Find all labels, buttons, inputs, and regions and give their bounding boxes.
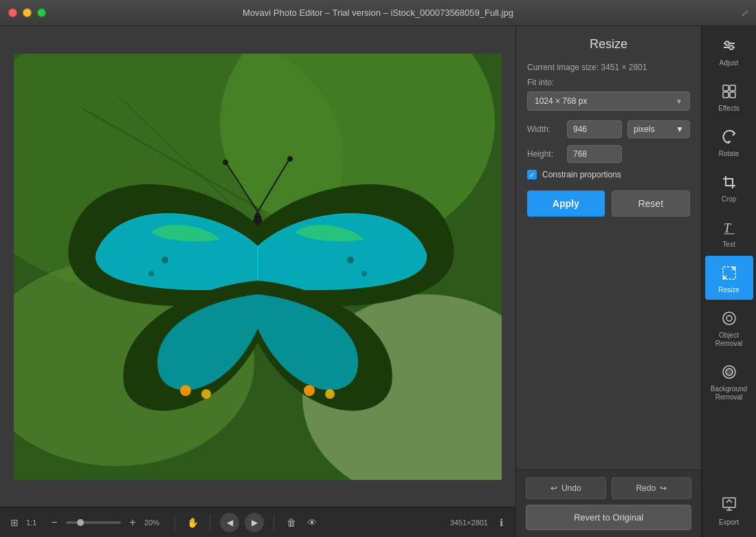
- unit-chevron-icon: ▼: [676, 124, 684, 134]
- panel-title: Resize: [527, 37, 690, 52]
- svg-point-17: [201, 389, 211, 399]
- redo-label: Redo: [636, 483, 656, 493]
- fit-into-section: Fit into: 1024 × 768 px ▼: [527, 78, 690, 111]
- object-removal-icon: [719, 308, 740, 329]
- tool-crop[interactable]: Crop: [705, 165, 753, 209]
- zoom-slider[interactable]: [66, 521, 121, 524]
- bottom-toolbar: ⊞ 1:1 − + 20% ✋ ◀ ▶ 🗑 👁 3451×2801 ℹ: [0, 507, 515, 537]
- redo-arrow-icon: ↪: [660, 483, 667, 493]
- export-icon: [721, 496, 737, 516]
- svg-rect-27: [730, 92, 735, 98]
- bg-removal-label: Background Removal: [709, 385, 749, 402]
- window-title: Movavi Photo Editor – Trial version – iS…: [243, 8, 513, 18]
- apply-button[interactable]: Apply: [527, 190, 605, 217]
- undo-label: Undo: [562, 483, 581, 493]
- minimize-button[interactable]: [23, 8, 32, 17]
- tool-bg-removal[interactable]: Background Removal: [705, 355, 753, 407]
- svg-point-18: [304, 385, 315, 396]
- height-input[interactable]: [567, 145, 622, 163]
- svg-rect-25: [730, 85, 735, 91]
- titlebar: Movavi Photo Editor – Trial version – iS…: [0, 0, 756, 26]
- width-label: Width:: [527, 124, 562, 134]
- svg-point-11: [287, 156, 293, 162]
- fit-into-value: 1024 × 768 px: [535, 96, 587, 106]
- undo-button[interactable]: ↩ Undo: [526, 477, 606, 499]
- export-area: Export: [702, 483, 756, 537]
- chevron-down-icon: ▼: [676, 98, 682, 105]
- crop-label: Crop: [722, 195, 737, 204]
- prev-image-button[interactable]: ◀: [220, 513, 239, 532]
- tool-effects[interactable]: Effects: [705, 74, 753, 118]
- reset-button[interactable]: Reset: [612, 190, 691, 217]
- resize-icon: [719, 263, 740, 283]
- constrain-label: Constrain proportions: [542, 170, 621, 179]
- eye-icon[interactable]: 👁: [304, 515, 320, 530]
- undo-redo-row: ↩ Undo Redo ↪: [526, 477, 691, 499]
- svg-point-14: [347, 256, 354, 263]
- width-input[interactable]: [567, 120, 622, 138]
- height-label: Height:: [527, 149, 562, 159]
- divider-2: [210, 514, 210, 531]
- svg-point-31: [723, 312, 735, 325]
- divider-3: [274, 514, 274, 531]
- current-size-label: Current image size: 3451 × 2801: [527, 63, 690, 72]
- svg-point-16: [180, 385, 191, 396]
- tool-object-removal[interactable]: Object Removal: [705, 301, 753, 353]
- redo-button[interactable]: Redo ↪: [612, 477, 692, 499]
- svg-point-10: [223, 160, 228, 165]
- zoom-ratio: 1:1: [26, 518, 43, 527]
- rotate-label: Rotate: [719, 150, 739, 158]
- fit-into-dropdown[interactable]: 1024 × 768 px ▼: [527, 91, 690, 111]
- svg-point-32: [726, 316, 732, 321]
- svg-point-22: [725, 41, 729, 45]
- image-canvas[interactable]: [0, 26, 515, 507]
- zoom-out-icon[interactable]: −: [47, 515, 62, 530]
- unit-dropdown[interactable]: pixels ▼: [627, 120, 690, 138]
- text-label: Text: [722, 241, 735, 249]
- constrain-checkbox[interactable]: ✓: [527, 170, 537, 179]
- resize-panel: Resize Current image size: 3451 × 2801 F…: [515, 26, 701, 537]
- adjust-label: Adjust: [720, 59, 739, 67]
- tool-rotate[interactable]: Rotate: [705, 120, 753, 164]
- info-icon[interactable]: ℹ: [493, 515, 509, 530]
- export-label: Export: [719, 518, 739, 526]
- crop-icon: [719, 172, 740, 193]
- maximize-button[interactable]: [37, 8, 46, 17]
- divider-1: [175, 514, 175, 531]
- tools-sidebar: Adjust Effects Rotate: [701, 26, 756, 537]
- width-row: Width: pixels ▼: [527, 120, 690, 138]
- bg-removal-icon: [719, 362, 740, 382]
- rotate-icon: [719, 127, 740, 147]
- tool-adjust[interactable]: Adjust: [705, 29, 753, 73]
- svg-point-13: [148, 271, 154, 276]
- next-image-button[interactable]: ▶: [245, 513, 264, 532]
- unit-value: pixels: [634, 124, 655, 134]
- tool-text[interactable]: T Text: [705, 210, 753, 254]
- svg-rect-26: [723, 92, 729, 98]
- resize-label: Resize: [718, 286, 740, 294]
- tool-resize[interactable]: Resize: [705, 256, 753, 300]
- svg-point-15: [362, 271, 367, 276]
- effects-icon: [719, 81, 740, 102]
- svg-point-19: [325, 389, 335, 399]
- export-button[interactable]: Export: [705, 489, 753, 531]
- hand-tool-icon[interactable]: ✋: [185, 515, 200, 530]
- revert-button[interactable]: Revert to Original: [526, 505, 691, 530]
- check-icon: ✓: [529, 171, 535, 179]
- zoom-percent: 20%: [144, 518, 165, 527]
- close-button[interactable]: [8, 8, 17, 17]
- window-controls: [8, 8, 46, 17]
- svg-point-34: [726, 369, 733, 375]
- effects-label: Effects: [718, 105, 739, 113]
- delete-icon[interactable]: 🗑: [284, 515, 299, 530]
- svg-rect-24: [723, 85, 729, 91]
- zoom-in-icon[interactable]: +: [125, 515, 140, 530]
- fit-icon[interactable]: ⊞: [7, 515, 22, 530]
- text-icon: T: [719, 217, 740, 238]
- action-buttons: Apply Reset: [527, 190, 690, 217]
- expand-icon[interactable]: ⤢: [741, 8, 749, 19]
- svg-point-23: [729, 45, 733, 50]
- svg-rect-29: [724, 233, 735, 234]
- zoom-controls: ⊞ 1:1 − + 20%: [7, 515, 165, 530]
- photo-canvas[interactable]: [14, 54, 502, 480]
